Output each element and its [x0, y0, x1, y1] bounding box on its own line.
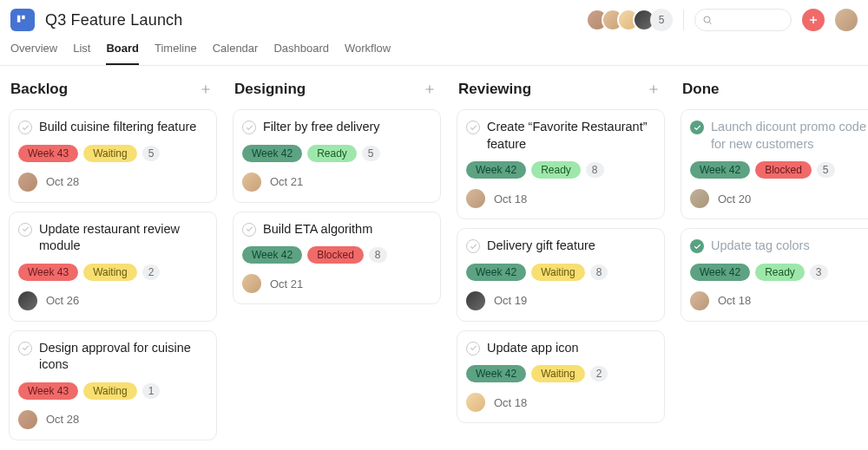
- tag-pill[interactable]: Blocked: [755, 161, 812, 179]
- task-header: Update restaurant review module: [18, 221, 207, 255]
- complete-toggle[interactable]: [242, 121, 256, 134]
- current-user-avatar[interactable]: [835, 9, 858, 31]
- tag-row: Week 42Ready3: [690, 264, 868, 281]
- assignee-avatar[interactable]: [690, 189, 709, 208]
- column-title: Reviewing: [458, 81, 531, 98]
- complete-toggle[interactable]: [18, 121, 32, 134]
- task-title: Filter by free delivery: [263, 119, 380, 136]
- tag-pill[interactable]: Blocked: [307, 246, 364, 264]
- tag-pill[interactable]: Waiting: [531, 365, 585, 382]
- column-title: Designing: [234, 81, 306, 98]
- complete-toggle[interactable]: [466, 239, 480, 253]
- tag-pill[interactable]: Week 42: [466, 264, 526, 281]
- task-header: Build cuisine filtering feature: [18, 119, 207, 136]
- due-date: Oct 18: [718, 294, 751, 307]
- add-task-button[interactable]: [863, 80, 868, 99]
- task-card[interactable]: Launch dicount promo code for new custom…: [681, 109, 868, 219]
- complete-toggle[interactable]: [18, 223, 32, 237]
- tag-row: Week 43Waiting2: [18, 264, 207, 281]
- task-meta: Oct 28: [18, 173, 207, 192]
- tab-list[interactable]: List: [73, 36, 90, 65]
- task-card[interactable]: Design approval for cuisine iconsWeek 43…: [9, 330, 217, 440]
- tag-pill[interactable]: Week 43: [18, 145, 78, 162]
- assignee-avatar[interactable]: [466, 291, 485, 310]
- assignee-avatar[interactable]: [466, 393, 485, 412]
- task-card[interactable]: Update tag colorsWeek 42Ready3Oct 18: [681, 228, 868, 322]
- column-done: DoneLaunch dicount promo code for new cu…: [681, 80, 868, 447]
- tab-timeline[interactable]: Timeline: [155, 36, 197, 65]
- task-meta: Oct 21: [242, 274, 431, 293]
- task-card[interactable]: Build ETA algorithmWeek 42Blocked8Oct 21: [233, 212, 441, 305]
- tab-bar: OverviewListBoardTimelineCalendarDashboa…: [0, 31, 868, 66]
- task-card[interactable]: Update restaurant review moduleWeek 43Wa…: [9, 212, 217, 322]
- due-date: Oct 26: [46, 294, 79, 307]
- task-title: Create “Favorite Restaurant” feature: [487, 119, 655, 153]
- tag-pill[interactable]: Week 42: [242, 145, 302, 162]
- tag-pill[interactable]: Waiting: [83, 264, 137, 281]
- search-input[interactable]: [718, 14, 791, 26]
- tag-pill[interactable]: Waiting: [83, 145, 137, 162]
- subtask-count: 2: [142, 264, 161, 280]
- tag-pill[interactable]: Ready: [755, 264, 805, 281]
- plus-icon: [200, 83, 212, 95]
- tag-pill[interactable]: Week 43: [18, 264, 78, 281]
- tag-pill[interactable]: Week 42: [690, 264, 750, 281]
- task-title: Build cuisine filtering feature: [39, 119, 196, 136]
- tab-workflow[interactable]: Workflow: [345, 36, 391, 65]
- tag-pill[interactable]: Week 42: [466, 161, 526, 179]
- complete-toggle[interactable]: [242, 223, 256, 237]
- tag-pill[interactable]: Waiting: [83, 382, 137, 400]
- tab-dashboard[interactable]: Dashboard: [273, 36, 329, 65]
- assignee-avatar[interactable]: [690, 291, 709, 310]
- assignee-avatar[interactable]: [18, 410, 37, 429]
- tab-overview[interactable]: Overview: [10, 36, 57, 65]
- checkmark-icon: [694, 243, 701, 251]
- checkmark-icon: [22, 344, 30, 352]
- tag-pill[interactable]: Ready: [531, 161, 581, 179]
- task-card[interactable]: Update app iconWeek 42Waiting2Oct 18: [457, 330, 665, 424]
- assignee-avatar[interactable]: [242, 173, 261, 192]
- tag-pill[interactable]: Week 42: [690, 161, 750, 179]
- search-box[interactable]: [694, 9, 792, 31]
- member-avatar-row[interactable]: 5: [586, 9, 673, 31]
- tag-pill[interactable]: Ready: [307, 145, 357, 162]
- checkmark-icon: [470, 344, 477, 352]
- due-date: Oct 21: [270, 175, 303, 188]
- complete-toggle[interactable]: [466, 342, 480, 355]
- task-card[interactable]: Filter by free deliveryWeek 42Ready5Oct …: [233, 109, 441, 203]
- task-header: Filter by free delivery: [242, 119, 431, 136]
- board-icon: [16, 14, 29, 26]
- tab-calendar[interactable]: Calendar: [213, 36, 259, 65]
- task-card[interactable]: Build cuisine filtering featureWeek 43Wa…: [9, 109, 217, 203]
- complete-toggle[interactable]: [466, 121, 480, 134]
- tag-pill[interactable]: Week 42: [466, 365, 526, 382]
- project-color-chip[interactable]: [10, 9, 35, 31]
- assignee-avatar[interactable]: [18, 291, 37, 310]
- subtask-count: 3: [810, 264, 828, 280]
- complete-toggle[interactable]: [690, 121, 704, 134]
- assignee-avatar[interactable]: [466, 189, 485, 208]
- column-header: Designing: [233, 80, 441, 99]
- assignee-avatar[interactable]: [18, 173, 37, 192]
- subtask-count: 5: [362, 146, 380, 161]
- add-task-button[interactable]: [420, 80, 439, 99]
- tag-pill[interactable]: Waiting: [531, 264, 585, 281]
- task-card[interactable]: Create “Favorite Restaurant” featureWeek…: [457, 109, 665, 219]
- complete-toggle[interactable]: [18, 342, 32, 355]
- subtask-count: 8: [590, 264, 608, 280]
- tab-board[interactable]: Board: [106, 36, 139, 65]
- member-overflow-count[interactable]: 5: [650, 9, 673, 31]
- due-date: Oct 19: [494, 294, 527, 307]
- complete-toggle[interactable]: [690, 239, 704, 253]
- task-title: Build ETA algorithm: [263, 221, 372, 238]
- tag-pill[interactable]: Week 42: [242, 246, 302, 264]
- add-task-button[interactable]: [644, 80, 663, 99]
- task-card[interactable]: Delivery gift featureWeek 42Waiting8Oct …: [457, 228, 665, 322]
- tag-row: Week 43Waiting1: [18, 382, 207, 400]
- task-title: Update restaurant review module: [39, 221, 207, 255]
- tag-pill[interactable]: Week 43: [18, 382, 78, 400]
- create-button[interactable]: [802, 9, 825, 31]
- due-date: Oct 20: [718, 192, 751, 205]
- add-task-button[interactable]: [196, 80, 215, 99]
- assignee-avatar[interactable]: [242, 274, 261, 293]
